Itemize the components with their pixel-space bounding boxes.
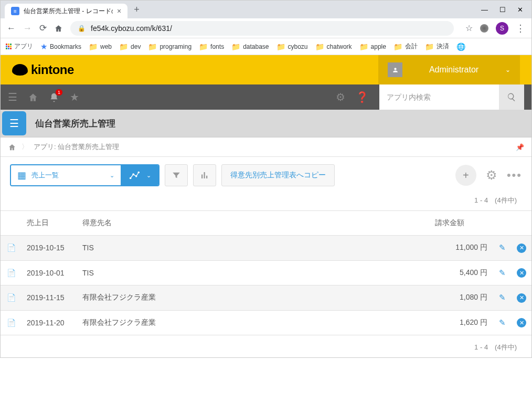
extension-icon[interactable] <box>480 24 488 33</box>
bookmark-folder[interactable]: 📁apple <box>359 43 386 51</box>
more-actions-icon[interactable]: ••• <box>507 168 522 182</box>
window-maximize-icon[interactable]: ☐ <box>499 6 506 14</box>
graph-view-button[interactable]: ⌄ <box>121 165 158 185</box>
folder-icon: 📁 <box>393 43 402 51</box>
delete-icon[interactable]: ✕ <box>517 268 526 278</box>
action-row: ▦ 売上一覧 ⌄ ⌄ 得意先別売上管理表へコピー + ⚙ ••• <box>1 157 531 194</box>
kintone-cloud-icon <box>12 64 28 76</box>
app-settings-icon[interactable]: ⚙ <box>486 168 497 183</box>
bookmark-folder[interactable]: 📁chatwork <box>315 43 352 51</box>
cell-customer: TIS <box>77 236 430 261</box>
bookmark-folder[interactable]: 📁dev <box>119 43 141 51</box>
folder-icon: 📁 <box>276 43 285 51</box>
header-amount[interactable]: 請求金額 <box>430 211 493 236</box>
cell-amount: 5,400 円 <box>430 260 493 285</box>
cell-customer: 有限会社フジクラ産業 <box>77 310 430 335</box>
new-tab-button[interactable]: + <box>134 4 140 15</box>
apps-grid-icon <box>6 44 12 49</box>
window-close-icon[interactable]: ✕ <box>517 6 523 14</box>
folder-icon: 📁 <box>119 43 128 51</box>
settings-gear-icon[interactable]: ⚙ <box>336 91 345 103</box>
folder-icon: 📁 <box>425 43 434 51</box>
edit-icon[interactable]: ✎ <box>499 243 506 252</box>
profile-avatar[interactable]: S <box>496 22 508 35</box>
delete-icon[interactable]: ✕ <box>517 243 526 253</box>
browser-tab[interactable]: ≡ 仙台営業所売上管理 - レコードの一 × <box>5 4 127 18</box>
bookmarks-bar: アプリ ★ Bookmarks 📁web📁dev📁programing📁font… <box>1 38 531 55</box>
record-icon[interactable]: 📄 <box>7 293 16 302</box>
browser-menu-icon[interactable]: ⋮ <box>516 23 525 34</box>
bookmark-folder[interactable]: 📁cybozu <box>276 43 308 51</box>
edit-icon[interactable]: ✎ <box>499 318 506 327</box>
forward-button: → <box>23 23 32 34</box>
chevron-down-icon: ⌄ <box>110 172 114 179</box>
lock-icon: 🔒 <box>78 25 86 32</box>
header-date[interactable]: 売上日 <box>22 211 77 236</box>
favorite-icon[interactable]: ★ <box>70 91 79 103</box>
view-dropdown[interactable]: ▦ 売上一覧 ⌄ <box>11 165 121 185</box>
cell-date: 2019-11-20 <box>22 310 77 335</box>
kintone-logo[interactable]: kintone <box>12 62 74 77</box>
search-button[interactable] <box>499 84 524 110</box>
paging-top: 1 - 4 (4件中) <box>1 194 531 210</box>
app-name: 仙台営業所売上管理 <box>35 118 115 130</box>
app-title-bar: ☰ 仙台営業所売上管理 <box>1 110 531 137</box>
reload-button[interactable]: ⟳ <box>39 23 47 34</box>
folder-icon: 📁 <box>89 43 98 51</box>
browser-titlebar: ≡ 仙台営業所売上管理 - レコードの一 × + — ☐ ✕ <box>1 1 531 18</box>
user-avatar-icon <box>388 62 402 77</box>
tab-favicon-icon: ≡ <box>11 7 19 15</box>
chart-button[interactable] <box>193 164 216 186</box>
chevron-down-icon: ⌄ <box>505 66 510 73</box>
bookmark-folder[interactable]: 📁database <box>231 43 269 51</box>
bookmark-folder[interactable]: 📁決済 <box>425 42 449 51</box>
home-icon[interactable] <box>28 91 38 103</box>
menu-icon[interactable]: ☰ <box>8 91 17 103</box>
breadcrumb: 〉 アプリ: 仙台営業所売上管理 📌 <box>1 137 531 157</box>
window-minimize-icon[interactable]: — <box>481 6 488 14</box>
delete-icon[interactable]: ✕ <box>517 318 526 327</box>
pin-icon[interactable]: 📌 <box>516 143 524 151</box>
table-icon: ▦ <box>17 170 26 181</box>
record-icon[interactable]: 📄 <box>7 269 16 277</box>
help-icon[interactable]: ❓ <box>356 91 369 103</box>
filter-button[interactable] <box>165 164 188 186</box>
table-row: 📄2019-11-15有限会社フジクラ産業1,080 円✎✕ <box>1 285 531 311</box>
bookmark-star-icon[interactable]: ☆ <box>465 23 473 33</box>
edit-icon[interactable]: ✎ <box>499 293 506 302</box>
cell-customer: TIS <box>77 260 430 285</box>
add-record-button[interactable]: + <box>455 165 476 186</box>
bookmark-globe[interactable]: 🌐 <box>456 43 465 51</box>
bookmark-star-item[interactable]: ★ Bookmarks <box>40 42 81 51</box>
bookmark-apps[interactable]: アプリ <box>6 42 33 51</box>
cell-date: 2019-11-15 <box>22 285 77 311</box>
header-customer[interactable]: 得意先名 <box>77 211 430 236</box>
record-icon[interactable]: 📄 <box>7 243 16 252</box>
kintone-header: kintone Administrator ⌄ <box>1 55 531 84</box>
breadcrumb-sep-icon: 〉 <box>22 142 28 152</box>
bookmark-folder[interactable]: 📁programing <box>148 43 191 51</box>
tab-close-icon[interactable]: × <box>117 7 121 15</box>
app-toolbar: ☰ 1 ★ ⚙ ❓ <box>1 84 531 110</box>
bookmark-folder[interactable]: 📁会計 <box>393 42 418 51</box>
url-input[interactable]: 🔒 fe54k.cybozu.com/k/631/ <box>70 21 454 36</box>
records-table: 売上日 得意先名 請求金額 📄2019-10-15TIS11,000 円✎✕📄2… <box>1 210 531 335</box>
home-button[interactable] <box>54 23 63 34</box>
star-icon: ★ <box>40 42 47 51</box>
edit-icon[interactable]: ✎ <box>499 268 506 277</box>
search-input[interactable] <box>379 84 499 110</box>
delete-icon[interactable]: ✕ <box>517 293 526 303</box>
record-icon[interactable]: 📄 <box>7 319 16 327</box>
cell-date: 2019-10-01 <box>22 260 77 285</box>
bookmark-folder[interactable]: 📁fonts <box>199 43 224 51</box>
notification-icon[interactable]: 1 <box>49 91 59 103</box>
back-button[interactable]: ← <box>7 23 16 34</box>
user-menu[interactable]: Administrator ⌄ <box>378 55 520 84</box>
copy-button[interactable]: 得意先別売上管理表へコピー <box>221 164 335 186</box>
bookmark-folder[interactable]: 📁web <box>89 43 112 51</box>
folder-icon: 📁 <box>199 43 208 51</box>
breadcrumb-home-icon[interactable] <box>8 142 16 152</box>
cell-customer: 有限会社フジクラ産業 <box>77 285 430 311</box>
graph-icon <box>129 170 140 181</box>
cell-amount: 1,620 円 <box>430 310 493 335</box>
